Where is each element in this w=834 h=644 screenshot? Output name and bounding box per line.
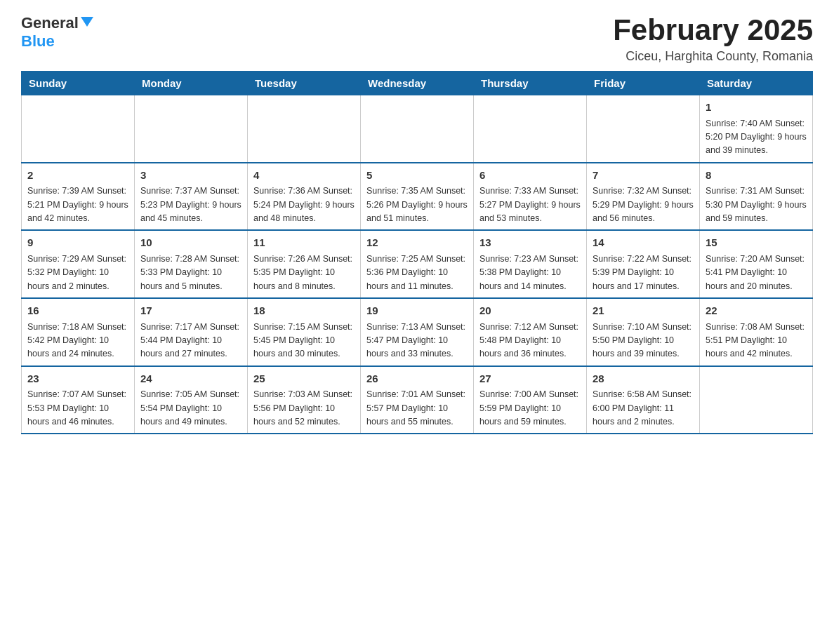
calendar-cell: 26Sunrise: 7:01 AM Sunset: 5:57 PM Dayli… [361, 366, 474, 434]
calendar-cell: 2Sunrise: 7:39 AM Sunset: 5:21 PM Daylig… [22, 163, 135, 231]
day-number: 2 [27, 168, 128, 184]
calendar-week-4: 16Sunrise: 7:18 AM Sunset: 5:42 PM Dayli… [22, 298, 813, 366]
calendar-cell [135, 95, 248, 163]
calendar-cell: 16Sunrise: 7:18 AM Sunset: 5:42 PM Dayli… [22, 298, 135, 366]
calendar-cell: 19Sunrise: 7:13 AM Sunset: 5:47 PM Dayli… [361, 298, 474, 366]
day-info: Sunrise: 7:33 AM Sunset: 5:27 PM Dayligh… [479, 185, 581, 225]
day-number: 7 [593, 168, 694, 184]
calendar-cell: 5Sunrise: 7:35 AM Sunset: 5:26 PM Daylig… [361, 163, 474, 231]
calendar-week-3: 9Sunrise: 7:29 AM Sunset: 5:32 PM Daylig… [22, 230, 813, 298]
calendar-cell: 28Sunrise: 6:58 AM Sunset: 6:00 PM Dayli… [587, 366, 700, 434]
day-number: 1 [706, 100, 807, 116]
day-info: Sunrise: 7:13 AM Sunset: 5:47 PM Dayligh… [366, 321, 468, 361]
calendar-cell: 27Sunrise: 7:00 AM Sunset: 5:59 PM Dayli… [474, 366, 587, 434]
day-info: Sunrise: 7:26 AM Sunset: 5:35 PM Dayligh… [253, 253, 355, 293]
calendar-cell [361, 95, 474, 163]
calendar-week-1: 1Sunrise: 7:40 AM Sunset: 5:20 PM Daylig… [22, 95, 813, 163]
column-header-wednesday: Wednesday [361, 72, 474, 95]
calendar-week-5: 23Sunrise: 7:07 AM Sunset: 5:53 PM Dayli… [22, 366, 813, 434]
day-number: 17 [140, 303, 241, 319]
day-info: Sunrise: 7:32 AM Sunset: 5:29 PM Dayligh… [593, 185, 694, 225]
calendar-cell: 12Sunrise: 7:25 AM Sunset: 5:36 PM Dayli… [361, 230, 474, 298]
day-number: 3 [140, 168, 241, 184]
column-header-sunday: Sunday [22, 72, 135, 95]
day-info: Sunrise: 7:08 AM Sunset: 5:51 PM Dayligh… [706, 321, 807, 361]
calendar-cell: 4Sunrise: 7:36 AM Sunset: 5:24 PM Daylig… [248, 163, 361, 231]
calendar-cell [587, 95, 700, 163]
day-number: 26 [366, 371, 468, 387]
day-number: 4 [253, 168, 355, 184]
day-number: 23 [27, 371, 128, 387]
day-number: 24 [140, 371, 241, 387]
logo-general-text: General [21, 14, 79, 32]
calendar-cell: 15Sunrise: 7:20 AM Sunset: 5:41 PM Dayli… [700, 230, 813, 298]
column-header-friday: Friday [587, 72, 700, 95]
day-info: Sunrise: 7:31 AM Sunset: 5:30 PM Dayligh… [706, 185, 807, 225]
day-number: 18 [253, 303, 355, 319]
day-info: Sunrise: 7:36 AM Sunset: 5:24 PM Dayligh… [253, 185, 355, 225]
day-info: Sunrise: 7:17 AM Sunset: 5:44 PM Dayligh… [140, 321, 241, 361]
logo-blue-text: Blue [21, 32, 55, 51]
calendar-cell: 20Sunrise: 7:12 AM Sunset: 5:48 PM Dayli… [474, 298, 587, 366]
day-number: 13 [479, 235, 581, 251]
day-number: 20 [479, 303, 581, 319]
day-number: 21 [593, 303, 694, 319]
day-info: Sunrise: 7:03 AM Sunset: 5:56 PM Dayligh… [253, 388, 355, 429]
column-header-tuesday: Tuesday [248, 72, 361, 95]
calendar-cell: 23Sunrise: 7:07 AM Sunset: 5:53 PM Dayli… [22, 366, 135, 434]
day-number: 9 [27, 235, 128, 251]
calendar-cell: 22Sunrise: 7:08 AM Sunset: 5:51 PM Dayli… [700, 298, 813, 366]
calendar-header-row: SundayMondayTuesdayWednesdayThursdayFrid… [22, 72, 813, 95]
calendar-cell [474, 95, 587, 163]
column-header-monday: Monday [135, 72, 248, 95]
calendar-cell: 11Sunrise: 7:26 AM Sunset: 5:35 PM Dayli… [248, 230, 361, 298]
calendar-cell: 7Sunrise: 7:32 AM Sunset: 5:29 PM Daylig… [587, 163, 700, 231]
day-number: 27 [479, 371, 581, 387]
day-number: 5 [366, 168, 468, 184]
day-number: 6 [479, 168, 581, 184]
calendar-cell: 6Sunrise: 7:33 AM Sunset: 5:27 PM Daylig… [474, 163, 587, 231]
day-info: Sunrise: 7:35 AM Sunset: 5:26 PM Dayligh… [366, 185, 468, 225]
calendar-cell: 8Sunrise: 7:31 AM Sunset: 5:30 PM Daylig… [700, 163, 813, 231]
calendar-cell [248, 95, 361, 163]
day-info: Sunrise: 7:12 AM Sunset: 5:48 PM Dayligh… [479, 321, 581, 361]
day-info: Sunrise: 7:20 AM Sunset: 5:41 PM Dayligh… [706, 253, 807, 293]
column-header-saturday: Saturday [700, 72, 813, 95]
calendar-cell: 3Sunrise: 7:37 AM Sunset: 5:23 PM Daylig… [135, 163, 248, 231]
day-info: Sunrise: 7:23 AM Sunset: 5:38 PM Dayligh… [479, 253, 581, 293]
calendar-cell: 1Sunrise: 7:40 AM Sunset: 5:20 PM Daylig… [700, 95, 813, 163]
logo: General Blue [21, 14, 93, 51]
day-info: Sunrise: 7:29 AM Sunset: 5:32 PM Dayligh… [27, 253, 128, 293]
day-number: 28 [593, 371, 694, 387]
day-number: 15 [706, 235, 807, 251]
month-title: February 2025 [613, 14, 813, 46]
logo-arrow-icon [81, 17, 93, 27]
calendar-cell: 10Sunrise: 7:28 AM Sunset: 5:33 PM Dayli… [135, 230, 248, 298]
calendar-cell: 14Sunrise: 7:22 AM Sunset: 5:39 PM Dayli… [587, 230, 700, 298]
day-info: Sunrise: 7:15 AM Sunset: 5:45 PM Dayligh… [253, 321, 355, 361]
title-section: February 2025 Ciceu, Harghita County, Ro… [613, 14, 813, 64]
calendar-cell: 24Sunrise: 7:05 AM Sunset: 5:54 PM Dayli… [135, 366, 248, 434]
day-info: Sunrise: 7:22 AM Sunset: 5:39 PM Dayligh… [593, 253, 694, 293]
day-info: Sunrise: 7:00 AM Sunset: 5:59 PM Dayligh… [479, 388, 581, 429]
day-number: 8 [706, 168, 807, 184]
day-info: Sunrise: 7:28 AM Sunset: 5:33 PM Dayligh… [140, 253, 241, 293]
day-info: Sunrise: 7:01 AM Sunset: 5:57 PM Dayligh… [366, 388, 468, 429]
day-number: 10 [140, 235, 241, 251]
day-info: Sunrise: 7:25 AM Sunset: 5:36 PM Dayligh… [366, 253, 468, 293]
calendar-cell: 13Sunrise: 7:23 AM Sunset: 5:38 PM Dayli… [474, 230, 587, 298]
day-info: Sunrise: 7:07 AM Sunset: 5:53 PM Dayligh… [27, 388, 128, 429]
day-info: Sunrise: 7:05 AM Sunset: 5:54 PM Dayligh… [140, 388, 241, 429]
calendar-week-2: 2Sunrise: 7:39 AM Sunset: 5:21 PM Daylig… [22, 163, 813, 231]
page-header: General Blue February 2025 Ciceu, Harghi… [21, 14, 813, 64]
calendar-table: SundayMondayTuesdayWednesdayThursdayFrid… [21, 71, 813, 434]
calendar-cell: 17Sunrise: 7:17 AM Sunset: 5:44 PM Dayli… [135, 298, 248, 366]
calendar-cell [700, 366, 813, 434]
day-info: Sunrise: 7:18 AM Sunset: 5:42 PM Dayligh… [27, 321, 128, 361]
day-number: 14 [593, 235, 694, 251]
column-header-thursday: Thursday [474, 72, 587, 95]
day-info: Sunrise: 6:58 AM Sunset: 6:00 PM Dayligh… [593, 388, 694, 429]
day-number: 25 [253, 371, 355, 387]
day-info: Sunrise: 7:37 AM Sunset: 5:23 PM Dayligh… [140, 185, 241, 225]
day-info: Sunrise: 7:39 AM Sunset: 5:21 PM Dayligh… [27, 185, 128, 225]
